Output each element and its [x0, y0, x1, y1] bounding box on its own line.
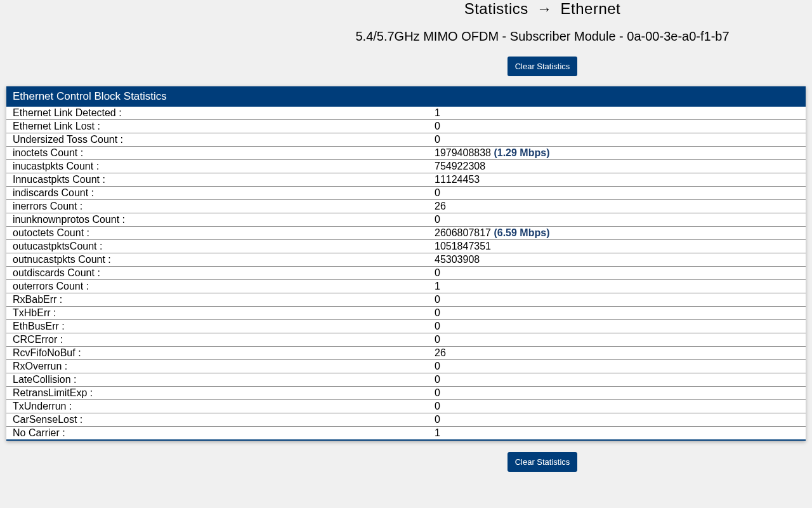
stat-label: inucastpkts Count :: [6, 160, 428, 173]
stat-value: 0: [428, 387, 806, 400]
stat-value-text: 2606807817: [435, 227, 494, 238]
stat-value: 0: [428, 360, 806, 373]
table-row: inucastpkts Count :754922308: [6, 160, 806, 173]
stat-value: 0: [428, 400, 806, 413]
table-row: TxHbErr :0: [6, 307, 806, 320]
stat-value: 1: [428, 107, 806, 120]
table-row: Ethernet Link Detected :1: [6, 107, 806, 120]
stat-value-text: 45303908: [435, 254, 480, 265]
stat-value-text: 0: [435, 267, 440, 278]
stat-value-text: 0: [435, 121, 440, 131]
stat-value: 2606807817 (6.59 Mbps): [428, 227, 806, 240]
stat-rate: (1.29 Mbps): [494, 147, 549, 158]
table-row: RcvFifoNoBuf :26: [6, 347, 806, 360]
table-row: RxBabErr :0: [6, 293, 806, 307]
table-row: outnucastpkts Count :45303908: [6, 253, 806, 267]
clear-statistics-button-bottom[interactable]: Clear Statistics: [508, 452, 578, 472]
stat-value-text: 0: [435, 401, 440, 411]
stat-label: inoctets Count :: [6, 147, 428, 160]
stat-rate: (6.59 Mbps): [494, 227, 549, 238]
stat-value: 0: [428, 293, 806, 307]
stat-value-text: 754922308: [435, 161, 485, 171]
stat-value-text: 0: [435, 387, 440, 398]
stat-value: 754922308: [428, 160, 806, 173]
stat-value: 1: [428, 427, 806, 440]
stat-value: 0: [428, 373, 806, 387]
stat-label: Ethernet Link Lost :: [6, 120, 428, 133]
table-row: CRCError :0: [6, 333, 806, 347]
stat-label: RcvFifoNoBuf :: [6, 347, 428, 360]
stat-value-text: 0: [435, 334, 440, 345]
stat-label: RetransLimitExp :: [6, 387, 428, 400]
stat-label: Innucastpkts Count :: [6, 173, 428, 187]
stat-label: No Carrier :: [6, 427, 428, 440]
stat-label: CarSenseLost :: [6, 413, 428, 427]
stat-label: TxHbErr :: [6, 307, 428, 320]
stat-value-text: 0: [435, 321, 440, 331]
stat-value-text: 0: [435, 374, 440, 385]
table-row: inerrors Count :26: [6, 200, 806, 213]
stat-value: 1051847351: [428, 240, 806, 253]
stat-value: 0: [428, 333, 806, 347]
table-row: RxOverrun :0: [6, 360, 806, 373]
stat-value: 1979408838 (1.29 Mbps): [428, 147, 806, 160]
stat-value-text: 26: [435, 347, 446, 358]
page-subtitle: 5.4/5.7GHz MIMO OFDM - Subscriber Module…: [273, 29, 812, 44]
table-row: Ethernet Link Lost :0: [6, 120, 806, 133]
page-footer: Clear Statistics: [0, 441, 812, 482]
stat-label: Ethernet Link Detected :: [6, 107, 428, 120]
stat-value: 0: [428, 133, 806, 147]
stat-label: outerrors Count :: [6, 280, 428, 293]
table-row: outucastpktsCount :1051847351: [6, 240, 806, 253]
stat-label: outnucastpkts Count :: [6, 253, 428, 267]
table-row: EthBusErr :0: [6, 320, 806, 333]
stat-value-text: 1979408838: [435, 147, 494, 158]
stat-label: inerrors Count :: [6, 200, 428, 213]
ethernet-stats-panel: Ethernet Control Block Statistics Ethern…: [6, 86, 806, 441]
stat-value: 0: [428, 120, 806, 133]
table-row: Undersized Toss Count :0: [6, 133, 806, 147]
table-row: indiscards Count :0: [6, 187, 806, 200]
stat-value-text: 0: [435, 214, 440, 225]
table-row: outerrors Count :1: [6, 280, 806, 293]
stat-value-text: 0: [435, 134, 440, 145]
table-row: inunknownprotos Count :0: [6, 213, 806, 227]
stat-value-text: 1051847351: [435, 241, 491, 251]
stat-value-text: 26: [435, 201, 446, 211]
stat-label: RxBabErr :: [6, 293, 428, 307]
stat-value: 0: [428, 213, 806, 227]
table-row: CarSenseLost :0: [6, 413, 806, 427]
stat-value: 0: [428, 267, 806, 280]
stat-value: 26: [428, 200, 806, 213]
arrow-right-icon: →: [537, 0, 553, 18]
stat-label: EthBusErr :: [6, 320, 428, 333]
stat-label: RxOverrun :: [6, 360, 428, 373]
stat-label: LateCollision :: [6, 373, 428, 387]
stat-label: CRCError :: [6, 333, 428, 347]
stat-value: 45303908: [428, 253, 806, 267]
stat-value-text: 0: [435, 294, 440, 305]
stat-value-text: 0: [435, 187, 440, 198]
stat-value: 11124453: [428, 173, 806, 187]
stat-label: outdiscards Count :: [6, 267, 428, 280]
stat-label: TxUnderrun :: [6, 400, 428, 413]
stat-label: indiscards Count :: [6, 187, 428, 200]
table-row: inoctets Count :1979408838 (1.29 Mbps): [6, 147, 806, 160]
stat-value-text: 0: [435, 361, 440, 371]
table-row: RetransLimitExp :0: [6, 387, 806, 400]
stat-value-text: 1: [435, 427, 440, 438]
stat-value: 0: [428, 307, 806, 320]
breadcrumb-left: Statistics: [464, 0, 528, 17]
stat-label: Undersized Toss Count :: [6, 133, 428, 147]
stat-label: outoctets Count :: [6, 227, 428, 240]
breadcrumb-right: Ethernet: [561, 0, 621, 17]
stat-value: 0: [428, 320, 806, 333]
table-row: Innucastpkts Count :11124453: [6, 173, 806, 187]
stats-table: Ethernet Link Detected :1Ethernet Link L…: [6, 107, 806, 439]
stat-value-text: 1: [435, 281, 440, 291]
stat-value: 0: [428, 413, 806, 427]
stat-value: 26: [428, 347, 806, 360]
stat-value-text: 1: [435, 107, 440, 118]
clear-statistics-button-top[interactable]: Clear Statistics: [508, 57, 578, 76]
table-row: LateCollision :0: [6, 373, 806, 387]
